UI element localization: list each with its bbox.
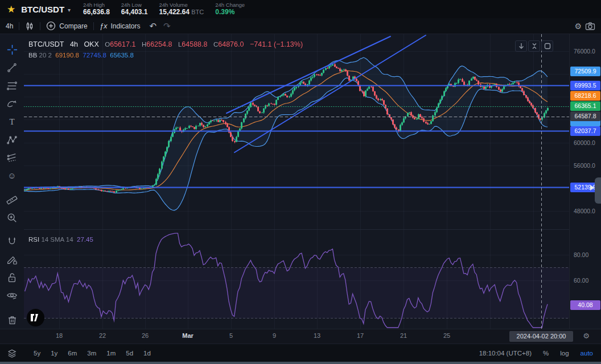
camera-icon[interactable] — [585, 22, 595, 31]
range-button-5y[interactable]: 5y — [30, 348, 44, 358]
symbol-legend[interactable]: BTC/USDT 4h OKX O65617.1 H66254.8 L64588… — [28, 40, 303, 48]
header: ★ BTC/USDT ▾ 24h High 66,636.8 24h Low 6… — [0, 0, 601, 18]
hide-drawings-tool-button[interactable] — [2, 287, 22, 305]
drawing-lock-tool-button[interactable] — [2, 251, 22, 269]
price-tick-label: 60000.0 — [574, 139, 595, 146]
rsi-name: RSI — [28, 236, 39, 243]
tradingview-logo[interactable] — [27, 309, 44, 326]
clock-timezone[interactable]: 18:10:04 (UTC+8) — [479, 350, 532, 357]
interval-button[interactable]: 4h — [0, 18, 19, 34]
legend-symbol: BTC/USDT — [28, 40, 64, 48]
price-badge: 72509.9 — [570, 67, 600, 76]
chevron-down-icon[interactable]: ▾ — [68, 7, 71, 13]
chart-type-button[interactable] — [19, 18, 40, 34]
lock-all-tool-button[interactable] — [2, 268, 22, 287]
bb-basis-value: 69190.8 — [55, 52, 79, 59]
axis-settings-gear-icon[interactable]: ⚙ — [583, 332, 590, 340]
price-axis[interactable]: 76000.072000.068000.064000.060000.056000… — [569, 34, 601, 329]
high-value: 66254.8 — [146, 40, 172, 48]
crosshair-tool-button[interactable] — [2, 41, 22, 59]
time-tick-label: Mar — [176, 332, 199, 339]
price-badge: 62037.7 — [570, 126, 600, 136]
rsi-params: 14 SMA 14 — [41, 236, 73, 243]
legend-exchange: OKX — [84, 40, 98, 48]
time-tick-label: 17 — [349, 332, 372, 339]
time-tick-label: 18 — [48, 332, 71, 339]
projection-tool-button[interactable] — [2, 148, 22, 167]
rsi-value-badge: 40.08 — [570, 300, 600, 310]
price-badge: 68218.6 — [570, 91, 600, 101]
range-button-6m[interactable]: 6m — [64, 348, 81, 358]
drawing-toolbar: T ☺ — [0, 34, 24, 329]
bottom-toolbar: 5y1y6m3m1m5d1d 18:10:04 (UTC+8) % log au… — [0, 344, 601, 362]
price-tick-label: 56000.0 — [574, 162, 595, 169]
brush-tool-button[interactable] — [2, 95, 22, 113]
log-scale-button[interactable]: log — [560, 350, 569, 357]
redo-icon[interactable]: ↷ — [160, 21, 174, 31]
stat-value: 66,636.8 — [83, 9, 110, 16]
market-stats: 24h High 66,636.8 24h Low 64,403.1 24h V… — [83, 2, 245, 16]
time-tick-label: 22 — [91, 332, 114, 339]
zoom-in-tool-button[interactable] — [2, 209, 22, 227]
stat-label: 24h High — [83, 2, 110, 9]
range-button-1d[interactable]: 1d — [139, 348, 155, 358]
stat-value: 15,422.64 BTC — [159, 9, 204, 16]
range-button-1y[interactable]: 1y — [47, 348, 61, 358]
range-button-5d[interactable]: 5d — [122, 348, 137, 358]
trend-line-tool-button[interactable] — [2, 59, 22, 77]
measure-tool-button[interactable] — [2, 191, 22, 209]
bb-indicator-legend[interactable]: BB 20 2 69190.8 72745.8 65635.8 — [28, 52, 134, 59]
compare-button[interactable]: Compare — [40, 18, 93, 34]
trading-app: ★ BTC/USDT ▾ 24h High 66,636.8 24h Low 6… — [0, 0, 601, 364]
scroll-to-recent-button[interactable] — [515, 40, 527, 52]
chart-area[interactable]: BTC/USDT 4h OKX O65617.1 H66254.8 L64588… — [24, 34, 569, 344]
price-badge: 66365.1 — [570, 101, 600, 111]
stat-value: 64,403.1 — [121, 9, 148, 16]
horizontal-scrollbar[interactable] — [0, 362, 601, 364]
range-button-1m[interactable]: 1m — [102, 348, 120, 358]
time-tick-label: 9 — [263, 332, 286, 339]
compare-plus-icon — [46, 21, 56, 31]
indicators-button[interactable]: ƒx Indicators — [94, 18, 146, 34]
object-tree-icon[interactable] — [7, 348, 17, 358]
crosshair-price-badge: 64587.8 — [570, 111, 600, 121]
remove-drawings-tool-button[interactable] — [2, 311, 22, 329]
range-button-3m[interactable]: 3m — [83, 348, 100, 358]
rsi-indicator-legend[interactable]: RSI 14 SMA 14 27.45 — [28, 236, 93, 243]
time-tick-label: 21 — [392, 332, 415, 339]
text-tool-button[interactable]: T — [2, 113, 22, 131]
stat-value: 0.39% — [215, 9, 245, 16]
scrollbar-thumb[interactable] — [595, 177, 601, 204]
bb-upper-value: 72745.8 — [83, 52, 106, 59]
smiley-icon: ☺ — [7, 171, 16, 180]
collapse-pane-button[interactable] — [528, 40, 540, 52]
change-value: −741.1 (−1.13%) — [250, 40, 303, 48]
auto-scale-button[interactable]: auto — [581, 350, 593, 357]
symbol-name[interactable]: BTC/USDT — [21, 5, 64, 14]
date-range-buttons: 5y1y6m3m1m5d1d — [30, 348, 155, 358]
percent-scale-button[interactable]: % — [543, 350, 549, 357]
volume-unit: BTC — [191, 9, 204, 15]
bb-params: 20 2 — [39, 52, 52, 59]
settings-gear-icon[interactable]: ⚙ — [574, 22, 582, 31]
chart-corner-buttons — [515, 40, 553, 52]
fx-icon: ƒx — [100, 22, 108, 30]
stat-label: 24h Low — [121, 2, 148, 9]
open-value: 65617.1 — [110, 40, 135, 48]
price-chart-canvas[interactable] — [24, 34, 569, 344]
bb-lower-value: 65635.8 — [110, 52, 134, 59]
bb-name: BB — [28, 52, 37, 59]
ohlc-label: H — [142, 41, 146, 48]
fib-retracement-tool-button[interactable] — [2, 77, 22, 95]
xabcd-pattern-tool-button[interactable] — [2, 131, 22, 149]
emoji-tool-button[interactable]: ☺ — [2, 167, 22, 185]
play-arrow-icon — [590, 185, 594, 191]
maximize-pane-button[interactable] — [541, 40, 553, 52]
undo-icon[interactable]: ↶ — [146, 21, 160, 31]
magnet-tool-button[interactable] — [2, 233, 22, 251]
favorite-star-icon[interactable]: ★ — [7, 3, 15, 15]
stat-24h-volume: 24h Volume 15,422.64 BTC — [159, 2, 204, 16]
time-tick-label: 5 — [220, 332, 242, 339]
time-axis[interactable]: ⚙ 182226Mar59131721252024-04-02 20:00 — [0, 329, 601, 344]
legend-interval: 4h — [70, 40, 78, 48]
